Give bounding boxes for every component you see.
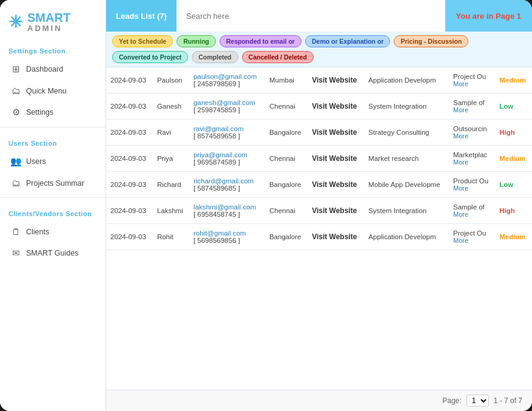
badge-demo[interactable]: Demo or Explanation or bbox=[305, 35, 390, 47]
phone: [ 8574589658 ] bbox=[194, 132, 240, 140]
cell-name: Richard bbox=[153, 172, 189, 198]
phone: [ 9695874589 ] bbox=[194, 158, 240, 166]
cell-priority: Medium bbox=[495, 146, 532, 172]
clients-section-label: Clients/Vendors Section bbox=[0, 202, 106, 221]
email-link[interactable]: ravi@gmail.com bbox=[194, 125, 244, 132]
more-link[interactable]: More bbox=[453, 80, 491, 87]
badge-completed[interactable]: Completed bbox=[192, 51, 238, 63]
badge-responded[interactable]: Responded to email or bbox=[220, 35, 301, 47]
badge-pricing[interactable]: Pricing - Discussion bbox=[394, 35, 468, 47]
cell-priority: Medium bbox=[495, 224, 532, 250]
cell-service: System Integration bbox=[364, 93, 449, 120]
cell-date: 2024-09-03 bbox=[106, 198, 153, 224]
table-row: 2024-09-03 Lakshmi lakshmi@gmail.com [ 6… bbox=[106, 198, 532, 224]
phone: [ 5874589685 ] bbox=[194, 185, 240, 192]
email-link[interactable]: rohit@gmail.com bbox=[194, 229, 246, 237]
badge-yet-to-schedule[interactable]: Yet to Schedule bbox=[112, 35, 173, 47]
badge-running[interactable]: Running bbox=[177, 35, 216, 47]
cell-action[interactable]: Visit Website bbox=[308, 224, 364, 250]
email-link[interactable]: priya@gmail.com bbox=[194, 151, 247, 158]
cell-name: Ganesh bbox=[153, 93, 189, 120]
cell-name: Rohit bbox=[153, 224, 189, 250]
priority-badge: High bbox=[499, 129, 515, 136]
search-input[interactable] bbox=[177, 12, 445, 21]
content-area: Leads List (7) You are in Page 1 Yet to … bbox=[106, 0, 532, 411]
cell-contact: rohit@gmail.com [ 5698569856 ] bbox=[189, 224, 265, 250]
cell-service: Mobile App Developme bbox=[364, 172, 449, 198]
cell-date: 2024-09-03 bbox=[106, 224, 153, 250]
priority-badge: Medium bbox=[499, 233, 525, 240]
cell-contact: priya@gmail.com [ 9695874589 ] bbox=[189, 146, 265, 172]
cell-product: Sample of More bbox=[449, 93, 495, 120]
sidebar-item-projects-summary[interactable]: 🗂 Projects Summar bbox=[0, 172, 106, 194]
quick-menu-icon: 🗂 bbox=[10, 86, 21, 96]
cell-product: Project Ou More bbox=[449, 67, 495, 93]
cell-city: Mumbai bbox=[265, 67, 308, 93]
sidebar-item-label: Projects Summar bbox=[26, 179, 84, 188]
cell-contact: paulson@gmail.com [ 2458798569 ] bbox=[189, 67, 265, 93]
cell-service: Strategy Consulting bbox=[364, 120, 449, 146]
more-link[interactable]: More bbox=[453, 185, 491, 192]
cell-city: Chennai bbox=[265, 93, 308, 120]
sidebar-item-dashboard[interactable]: ⊞ Dashboard bbox=[0, 58, 106, 80]
more-link[interactable]: More bbox=[453, 211, 491, 218]
cell-action[interactable]: Visit Website bbox=[308, 172, 364, 198]
smart-guides-icon: ✉ bbox=[10, 248, 21, 259]
logo-icon: ✳ bbox=[8, 12, 22, 32]
cell-action[interactable]: Visit Website bbox=[308, 67, 364, 93]
cell-city: Bangalore bbox=[265, 172, 308, 198]
cell-city: Chennai bbox=[265, 198, 308, 224]
sidebar-item-clients[interactable]: 🗒 Clients bbox=[0, 221, 106, 242]
sidebar-item-smart-guides[interactable]: ✉ SMART Guides bbox=[0, 242, 106, 264]
logo-smart: SMART bbox=[27, 11, 70, 24]
projects-icon: 🗂 bbox=[10, 178, 21, 188]
sidebar-item-label: SMART Guides bbox=[26, 249, 78, 257]
sidebar-item-label: Settings bbox=[26, 108, 53, 117]
cell-contact: lakshmi@gmail.com [ 6958458745 ] bbox=[189, 198, 265, 224]
badge-cancelled[interactable]: Cancelled / Deleted bbox=[242, 51, 314, 63]
page-label: Page: bbox=[442, 396, 461, 405]
dashboard-icon: ⊞ bbox=[10, 64, 21, 75]
cell-action[interactable]: Visit Website bbox=[308, 93, 364, 120]
phone: [ 2598745859 ] bbox=[194, 106, 240, 114]
table-footer: Page: 1 1 - 7 of 7 bbox=[106, 390, 532, 411]
cell-date: 2024-09-03 bbox=[106, 172, 153, 198]
more-link[interactable]: More bbox=[453, 106, 491, 114]
more-link[interactable]: More bbox=[453, 237, 491, 244]
table-row: 2024-09-03 Ganesh ganesh@gmail.com [ 259… bbox=[106, 93, 532, 120]
settings-section-label: Settings Section bbox=[0, 39, 106, 58]
cell-priority: Low bbox=[495, 93, 532, 120]
email-link[interactable]: lakshmi@gmail.com bbox=[194, 203, 256, 211]
sidebar-item-settings[interactable]: ⚙ Settings bbox=[0, 101, 106, 123]
priority-badge: Low bbox=[499, 181, 513, 188]
cell-contact: richard@gmail.com [ 5874589685 ] bbox=[189, 172, 265, 198]
topbar: Leads List (7) You are in Page 1 bbox=[106, 0, 532, 32]
sidebar-item-label: Clients bbox=[26, 228, 49, 236]
leads-table-wrap: 2024-09-03 Paulson paulson@gmail.com [ 2… bbox=[106, 67, 532, 390]
cell-action[interactable]: Visit Website bbox=[308, 120, 364, 146]
cell-date: 2024-09-03 bbox=[106, 67, 153, 93]
table-row: 2024-09-03 Richard richard@gmail.com [ 5… bbox=[106, 172, 532, 198]
email-link[interactable]: richard@gmail.com bbox=[194, 177, 254, 185]
cell-action[interactable]: Visit Website bbox=[308, 146, 364, 172]
badge-converted[interactable]: Converted to Project bbox=[112, 51, 188, 63]
main-layout: ✳ SMART ADMIN Settings Section ⊞ Dashboa… bbox=[0, 0, 532, 411]
cell-service: Market research bbox=[364, 146, 449, 172]
app-screen: ✳ SMART ADMIN Settings Section ⊞ Dashboa… bbox=[0, 0, 532, 411]
sidebar-item-users[interactable]: 👥 Users bbox=[0, 151, 106, 172]
more-link[interactable]: More bbox=[453, 132, 491, 140]
cell-action[interactable]: Visit Website bbox=[308, 198, 364, 224]
leads-table: 2024-09-03 Paulson paulson@gmail.com [ 2… bbox=[106, 67, 532, 250]
cell-date: 2024-09-03 bbox=[106, 120, 153, 146]
logo-admin: ADMIN bbox=[27, 24, 70, 33]
more-link[interactable]: More bbox=[453, 158, 491, 166]
sidebar-item-quick-menu[interactable]: 🗂 Quick Menu bbox=[0, 80, 106, 101]
page-select[interactable]: 1 bbox=[466, 395, 489, 407]
email-link[interactable]: paulson@gmail.com bbox=[194, 73, 257, 80]
page-range: 1 - 7 of 7 bbox=[494, 396, 522, 405]
cell-name: Priya bbox=[153, 146, 189, 172]
sidebar-item-label: Dashboard bbox=[26, 65, 63, 73]
divider-2 bbox=[0, 197, 106, 198]
users-icon: 👥 bbox=[10, 156, 21, 167]
email-link[interactable]: ganesh@gmail.com bbox=[194, 99, 255, 106]
